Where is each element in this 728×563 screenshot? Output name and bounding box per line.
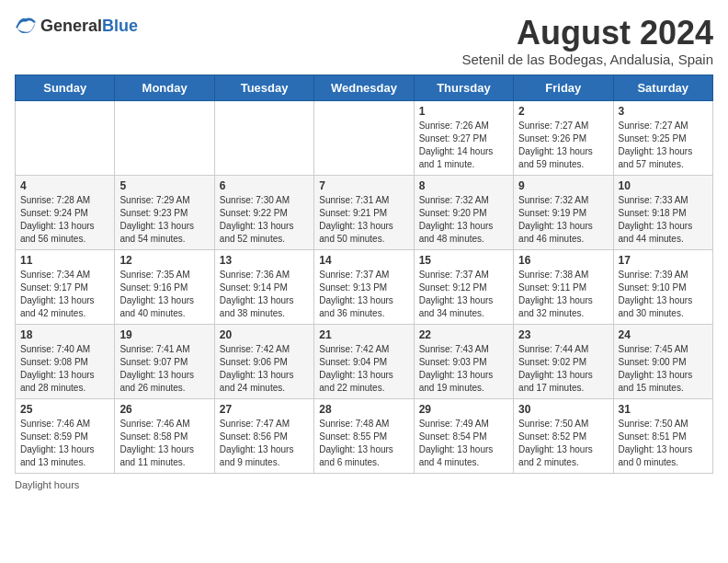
day-number: 1 [419, 105, 508, 118]
calendar-cell: 30Sunrise: 7:50 AM Sunset: 8:52 PM Dayli… [514, 398, 613, 473]
day-number: 12 [119, 254, 209, 267]
calendar-cell: 18Sunrise: 7:40 AM Sunset: 9:08 PM Dayli… [16, 324, 115, 398]
day-info: Sunrise: 7:40 AM Sunset: 9:08 PM Dayligh… [20, 343, 109, 395]
day-info: Sunrise: 7:34 AM Sunset: 9:17 PM Dayligh… [20, 269, 109, 320]
day-info: Sunrise: 7:43 AM Sunset: 9:03 PM Dayligh… [419, 343, 508, 395]
calendar-cell: 21Sunrise: 7:42 AM Sunset: 9:04 PM Dayli… [314, 324, 414, 398]
day-info: Sunrise: 7:35 AM Sunset: 9:16 PM Dayligh… [119, 269, 209, 320]
calendar-cell: 5Sunrise: 7:29 AM Sunset: 9:23 PM Daylig… [115, 175, 214, 249]
calendar-cell: 25Sunrise: 7:46 AM Sunset: 8:59 PM Dayli… [16, 398, 115, 473]
calendar-cell: 11Sunrise: 7:34 AM Sunset: 9:17 PM Dayli… [16, 249, 115, 324]
day-number: 5 [119, 179, 209, 192]
column-header-monday: Monday [115, 75, 214, 100]
day-info: Sunrise: 7:38 AM Sunset: 9:11 PM Dayligh… [518, 269, 608, 320]
calendar-cell: 29Sunrise: 7:49 AM Sunset: 8:54 PM Dayli… [414, 398, 513, 473]
day-info: Sunrise: 7:48 AM Sunset: 8:55 PM Dayligh… [319, 418, 408, 469]
day-info: Sunrise: 7:31 AM Sunset: 9:21 PM Dayligh… [319, 194, 408, 246]
day-number: 2 [518, 105, 608, 118]
day-number: 28 [319, 403, 408, 416]
calendar-cell: 19Sunrise: 7:41 AM Sunset: 9:07 PM Dayli… [115, 324, 214, 398]
day-number: 27 [220, 403, 309, 416]
day-number: 10 [619, 179, 708, 192]
day-info: Sunrise: 7:30 AM Sunset: 9:22 PM Dayligh… [220, 194, 309, 246]
day-number: 30 [518, 403, 608, 416]
day-number: 29 [419, 403, 508, 416]
calendar-cell: 23Sunrise: 7:44 AM Sunset: 9:02 PM Dayli… [514, 324, 613, 398]
day-info: Sunrise: 7:27 AM Sunset: 9:26 PM Dayligh… [518, 120, 608, 171]
day-number: 26 [119, 403, 209, 416]
calendar-cell: 13Sunrise: 7:36 AM Sunset: 9:14 PM Dayli… [214, 249, 313, 324]
calendar-cell [16, 100, 115, 175]
title-section: August 2024 Setenil de las Bodegas, Anda… [461, 15, 713, 67]
subtitle: Setenil de las Bodegas, Andalusia, Spain [461, 52, 713, 67]
day-info: Sunrise: 7:50 AM Sunset: 8:52 PM Dayligh… [518, 418, 608, 469]
column-header-sunday: Sunday [16, 75, 115, 100]
calendar-week-row: 11Sunrise: 7:34 AM Sunset: 9:17 PM Dayli… [16, 249, 713, 324]
calendar-cell: 31Sunrise: 7:50 AM Sunset: 8:51 PM Dayli… [613, 398, 712, 473]
day-info: Sunrise: 7:27 AM Sunset: 9:25 PM Dayligh… [619, 120, 708, 171]
calendar-cell: 22Sunrise: 7:43 AM Sunset: 9:03 PM Dayli… [414, 324, 513, 398]
day-number: 23 [518, 328, 608, 341]
day-info: Sunrise: 7:49 AM Sunset: 8:54 PM Dayligh… [419, 418, 508, 469]
day-info: Sunrise: 7:28 AM Sunset: 9:24 PM Dayligh… [20, 194, 109, 246]
calendar-cell: 9Sunrise: 7:32 AM Sunset: 9:19 PM Daylig… [514, 175, 613, 249]
calendar-cell: 15Sunrise: 7:37 AM Sunset: 9:12 PM Dayli… [414, 249, 513, 324]
day-info: Sunrise: 7:45 AM Sunset: 9:00 PM Dayligh… [619, 343, 708, 395]
day-info: Sunrise: 7:42 AM Sunset: 9:04 PM Dayligh… [319, 343, 408, 395]
calendar-cell: 8Sunrise: 7:32 AM Sunset: 9:20 PM Daylig… [414, 175, 513, 249]
day-number: 8 [419, 179, 508, 192]
day-info: Sunrise: 7:41 AM Sunset: 9:07 PM Dayligh… [119, 343, 209, 395]
logo-text: GeneralBlue [40, 17, 138, 36]
calendar-cell: 20Sunrise: 7:42 AM Sunset: 9:06 PM Dayli… [214, 324, 313, 398]
calendar-cell: 10Sunrise: 7:33 AM Sunset: 9:18 PM Dayli… [613, 175, 712, 249]
calendar-cell: 26Sunrise: 7:46 AM Sunset: 8:58 PM Dayli… [115, 398, 214, 473]
calendar-cell: 4Sunrise: 7:28 AM Sunset: 9:24 PM Daylig… [16, 175, 115, 249]
column-header-saturday: Saturday [613, 75, 712, 100]
day-number: 20 [220, 328, 309, 341]
day-info: Sunrise: 7:46 AM Sunset: 8:58 PM Dayligh… [119, 418, 209, 469]
day-info: Sunrise: 7:42 AM Sunset: 9:06 PM Dayligh… [220, 343, 309, 395]
calendar-week-row: 25Sunrise: 7:46 AM Sunset: 8:59 PM Dayli… [16, 398, 713, 473]
daylight-label: Daylight hours [15, 479, 79, 490]
day-number: 19 [119, 328, 209, 341]
day-number: 24 [619, 328, 708, 341]
day-number: 31 [619, 403, 708, 416]
footer-note: Daylight hours [15, 479, 713, 490]
calendar-cell: 3Sunrise: 7:27 AM Sunset: 9:25 PM Daylig… [613, 100, 712, 175]
day-info: Sunrise: 7:32 AM Sunset: 9:19 PM Dayligh… [518, 194, 608, 246]
calendar-week-row: 1Sunrise: 7:26 AM Sunset: 9:27 PM Daylig… [16, 100, 713, 175]
day-info: Sunrise: 7:26 AM Sunset: 9:27 PM Dayligh… [419, 120, 508, 171]
column-header-thursday: Thursday [414, 75, 513, 100]
calendar-cell: 6Sunrise: 7:30 AM Sunset: 9:22 PM Daylig… [214, 175, 313, 249]
day-number: 6 [220, 179, 309, 192]
day-info: Sunrise: 7:39 AM Sunset: 9:10 PM Dayligh… [619, 269, 708, 320]
calendar-cell [115, 100, 214, 175]
logo-icon [15, 15, 37, 37]
day-info: Sunrise: 7:46 AM Sunset: 8:59 PM Dayligh… [20, 418, 109, 469]
day-number: 25 [20, 403, 109, 416]
day-info: Sunrise: 7:50 AM Sunset: 8:51 PM Dayligh… [619, 418, 708, 469]
day-info: Sunrise: 7:36 AM Sunset: 9:14 PM Dayligh… [220, 269, 309, 320]
day-number: 21 [319, 328, 408, 341]
day-number: 4 [20, 179, 109, 192]
day-info: Sunrise: 7:33 AM Sunset: 9:18 PM Dayligh… [619, 194, 708, 246]
day-info: Sunrise: 7:47 AM Sunset: 8:56 PM Dayligh… [220, 418, 309, 469]
calendar-cell: 1Sunrise: 7:26 AM Sunset: 9:27 PM Daylig… [414, 100, 513, 175]
logo-general: General [40, 17, 102, 35]
day-info: Sunrise: 7:44 AM Sunset: 9:02 PM Dayligh… [518, 343, 608, 395]
calendar-cell [314, 100, 414, 175]
day-number: 3 [619, 105, 708, 118]
calendar-cell [214, 100, 313, 175]
day-number: 16 [518, 254, 608, 267]
calendar-week-row: 18Sunrise: 7:40 AM Sunset: 9:08 PM Dayli… [16, 324, 713, 398]
calendar-week-row: 4Sunrise: 7:28 AM Sunset: 9:24 PM Daylig… [16, 175, 713, 249]
calendar-table: SundayMondayTuesdayWednesdayThursdayFrid… [15, 75, 713, 474]
day-number: 9 [518, 179, 608, 192]
day-info: Sunrise: 7:37 AM Sunset: 9:13 PM Dayligh… [319, 269, 408, 320]
day-number: 11 [20, 254, 109, 267]
calendar-cell: 27Sunrise: 7:47 AM Sunset: 8:56 PM Dayli… [214, 398, 313, 473]
day-info: Sunrise: 7:32 AM Sunset: 9:20 PM Dayligh… [419, 194, 508, 246]
column-header-tuesday: Tuesday [214, 75, 313, 100]
logo-blue: Blue [102, 17, 138, 35]
calendar-cell: 16Sunrise: 7:38 AM Sunset: 9:11 PM Dayli… [514, 249, 613, 324]
